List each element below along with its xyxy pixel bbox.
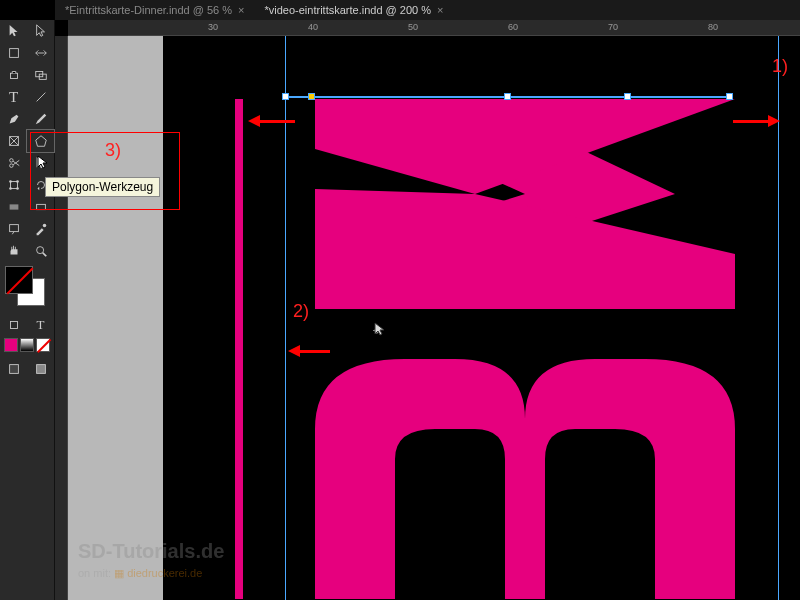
rectangle-frame-tool[interactable] [0,130,27,152]
selection-handle[interactable] [282,93,289,100]
svg-point-14 [9,187,12,190]
tab-label: *video-eintrittskarte.indd @ 200 % [265,4,431,16]
eyedropper-tool[interactable] [27,218,54,240]
ruler-tick: 70 [608,22,618,32]
close-icon[interactable]: × [238,4,244,16]
letter-k-shape [315,99,735,309]
annotation-label: 3) [105,140,121,161]
document-canvas[interactable]: 1) 2) ⌖ SD-Tutorials.de on mit: ▦ diedru… [68,36,800,600]
svg-rect-22 [10,322,17,329]
annotation-label: 2) [293,301,309,322]
ruler-tick: 60 [508,22,518,32]
scissors-tool[interactable] [0,152,27,174]
letter-r-shape [315,359,735,599]
svg-rect-1 [10,73,17,78]
type-tool[interactable]: T [0,86,27,108]
pen-tool[interactable] [0,108,27,130]
annotation-label: 1) [772,56,788,77]
svg-point-19 [42,224,46,228]
svg-rect-11 [10,182,17,189]
svg-point-13 [16,180,19,183]
pencil-tool[interactable] [27,108,54,130]
cursor-pointer-icon [374,322,386,341]
note-tool[interactable] [0,218,27,240]
ruler-tick: 40 [308,22,318,32]
svg-point-15 [16,187,19,190]
document-tab-active[interactable]: *video-eintrittskarte.indd @ 200 % × [255,2,454,18]
selection-handle-ref[interactable] [308,93,315,100]
apply-color-row [0,336,54,354]
svg-rect-25 [315,259,735,309]
svg-point-10 [9,159,13,163]
direct-selection-tool[interactable] [27,20,54,42]
view-mode-normal[interactable] [0,358,27,380]
gap-tool[interactable] [27,42,54,64]
document-tab[interactable]: *Eintrittskarte-Dinner.indd @ 56 % × [55,2,255,18]
line-tool[interactable] [27,86,54,108]
ruler-tick: 30 [208,22,218,32]
fill-swatch[interactable] [5,266,33,294]
svg-rect-16 [9,204,18,209]
watermark-main: SD-Tutorials.de [78,540,224,563]
view-mode-preview[interactable] [27,358,54,380]
svg-line-21 [42,253,46,257]
svg-point-12 [9,180,12,183]
cursor-pointer-icon [37,155,49,175]
watermark-sub: on mit: ▦ diedruckerei.de [78,567,224,580]
ruler-tick: 50 [408,22,418,32]
tab-label: *Eintrittskarte-Dinner.indd @ 56 % [65,4,232,16]
svg-point-9 [9,164,13,168]
content-collector-tool[interactable] [0,64,27,86]
hand-tool[interactable] [0,240,27,262]
zoom-tool[interactable] [27,240,54,262]
formatting-text-icon[interactable]: T [27,314,54,336]
ruler-horizontal[interactable]: 30 40 50 60 70 80 90 [68,20,800,36]
page-tool[interactable] [0,42,27,64]
fill-stroke-swatch[interactable] [5,266,49,310]
free-transform-tool[interactable] [0,174,27,196]
pink-shape [235,99,243,599]
content-placer-tool[interactable] [27,64,54,86]
svg-point-20 [36,247,43,254]
tooltip: Polygon-Werkzeug [45,177,160,197]
ruler-vertical[interactable] [55,36,68,600]
selection-tool[interactable] [0,20,27,42]
apply-none-swatch[interactable] [36,338,50,352]
document-tab-bar: *Eintrittskarte-Dinner.indd @ 56 % × *vi… [55,0,800,20]
svg-rect-23 [9,365,18,374]
artwork-group [235,99,800,599]
svg-rect-24 [36,365,45,374]
selection-handle[interactable] [504,93,511,100]
svg-rect-18 [9,225,18,232]
selection-handle[interactable] [624,93,631,100]
ruler-tick: 80 [708,22,718,32]
apply-gradient-swatch[interactable] [20,338,34,352]
pasteboard-area [68,36,163,600]
selection-handle[interactable] [726,93,733,100]
svg-rect-0 [9,49,18,58]
svg-line-4 [36,93,45,102]
gradient-swatch-tool[interactable] [0,196,27,218]
close-icon[interactable]: × [437,4,443,16]
apply-color-swatch[interactable] [4,338,18,352]
watermark: SD-Tutorials.de on mit: ▦ diedruckerei.d… [78,540,224,580]
formatting-container-icon[interactable] [0,314,27,336]
tool-palette: T T [0,20,55,600]
